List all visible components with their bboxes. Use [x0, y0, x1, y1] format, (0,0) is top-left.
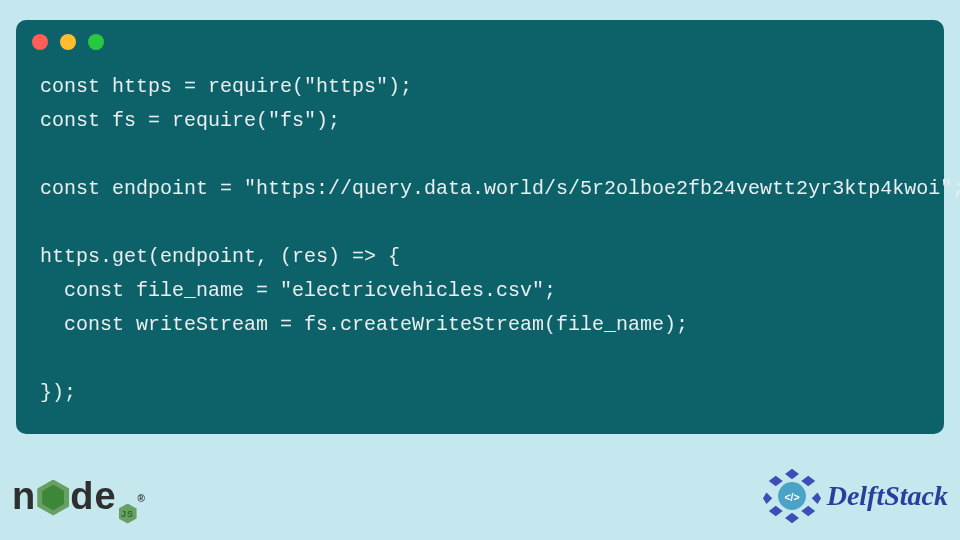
- close-icon[interactable]: [32, 34, 48, 50]
- nodejs-logo: n de JS ®: [12, 475, 145, 518]
- svg-marker-3: [811, 493, 820, 505]
- logo-text: n: [12, 475, 36, 518]
- code-window: const https = require("https"); const fs…: [16, 20, 944, 434]
- hexagon-small-icon: JS: [119, 504, 137, 524]
- minimize-icon[interactable]: [60, 34, 76, 50]
- svg-marker-7: [785, 513, 799, 523]
- delftstack-logo: </> DelftStack: [763, 467, 948, 525]
- code-line: const writeStream = fs.createWriteStream…: [40, 313, 688, 336]
- window-controls: [16, 20, 944, 58]
- code-block: const https = require("https"); const fs…: [16, 58, 944, 416]
- code-line: const file_name = "electricvehicles.csv"…: [40, 279, 556, 302]
- registered-mark: ®: [138, 493, 146, 504]
- delftstack-icon: </>: [763, 467, 821, 525]
- hexagon-icon: [37, 480, 69, 516]
- code-line: const https = require("https");: [40, 75, 412, 98]
- code-line: const fs = require("fs");: [40, 109, 340, 132]
- svg-text:</>: </>: [784, 492, 799, 503]
- footer: n de JS ® </> DelftStack: [0, 460, 960, 532]
- svg-marker-5: [801, 506, 815, 516]
- logo-text: de: [70, 475, 116, 518]
- svg-marker-6: [768, 506, 782, 516]
- delftstack-text: DelftStack: [827, 480, 948, 512]
- svg-marker-2: [768, 476, 782, 486]
- code-line: const endpoint = "https://query.data.wor…: [40, 177, 960, 200]
- svg-marker-1: [801, 476, 815, 486]
- svg-marker-4: [763, 493, 772, 505]
- svg-marker-0: [785, 469, 799, 479]
- code-line: https.get(endpoint, (res) => {: [40, 245, 400, 268]
- maximize-icon[interactable]: [88, 34, 104, 50]
- code-line: });: [40, 381, 76, 404]
